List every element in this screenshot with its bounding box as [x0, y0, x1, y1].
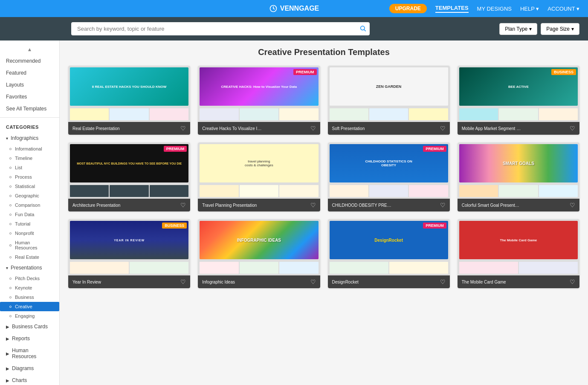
upgrade-button[interactable]: UPGRADE [389, 4, 427, 13]
sidebar-sub-human-resources[interactable]: Human Resources [0, 238, 59, 252]
sidebar-item-diagrams[interactable]: ▶ Diagrams [0, 362, 59, 374]
sidebar-item-reports[interactable]: ▶ Reports [0, 333, 59, 344]
template-card-9[interactable]: BUSINESS YEAR IN REVIEW Year In [68, 219, 190, 288]
sidebar-sub-geographic[interactable]: Geographic [0, 191, 59, 200]
sidebar-sub-fun-data[interactable]: Fun Data [0, 210, 59, 219]
favorite-button-3[interactable]: ♡ [440, 125, 446, 132]
chevron-right-icon: ▶ [6, 351, 9, 356]
nav-account[interactable]: ACCOUNT ▾ [547, 6, 579, 12]
sidebar-sub-tutorial[interactable]: Tutorial [0, 219, 59, 229]
plan-type-filter[interactable]: Plan Type ▾ [499, 23, 537, 35]
favorite-button-5[interactable]: ♡ [180, 202, 186, 208]
template-card-10[interactable]: INFOGRAPHIC IDEAS Infographic Ideas ♡ [198, 219, 320, 288]
card-name-2: Creative Hacks To Visualize Ideas Presen… [202, 126, 262, 131]
filter-buttons: Plan Type ▾ Page Size ▾ [499, 23, 579, 35]
svg-point-1 [361, 26, 365, 30]
sidebar-sub-pitch-decks[interactable]: Pitch Decks [0, 274, 59, 283]
favorite-button-9[interactable]: ♡ [180, 278, 186, 285]
sidebar-sub-real-estate[interactable]: Real Estate [0, 252, 59, 262]
sidebar-divider [0, 117, 59, 118]
search-input[interactable] [71, 22, 370, 35]
chevron-down-icon: ▾ [6, 266, 8, 270]
sidebar-sub-business[interactable]: Business [0, 292, 59, 302]
template-card-11[interactable]: PREMIUM DesignRocket DesignRocke [328, 219, 450, 288]
template-card-4[interactable]: BUSINESS BEE ACTIVE [458, 66, 579, 135]
template-card-12[interactable]: The Mobile Card Game The Mobile Card Gam… [458, 219, 579, 288]
template-card-6[interactable]: travel planningcosts & challenges Travel… [198, 142, 320, 211]
sidebar: ▲ Recommended Featured Layouts Favorites… [0, 41, 60, 385]
app-logo[interactable]: VENNGAGE [269, 4, 319, 13]
card-footer-5: Architecture Presentation ♡ [68, 199, 190, 211]
favorite-button-8[interactable]: ♡ [570, 202, 575, 208]
card-footer-2: Creative Hacks To Visualize Ideas Presen… [198, 122, 320, 135]
template-card-5[interactable]: PREMIUM MOST BEAUTIFUL NYC BUILDINGS YOU… [68, 142, 190, 211]
sidebar-sub-process[interactable]: Process [0, 172, 59, 182]
sidebar-item-charts[interactable]: ▶ Charts [0, 374, 59, 385]
sidebar-item-featured[interactable]: Featured [0, 67, 59, 79]
card-thumbnail-6: travel planningcosts & challenges [198, 142, 320, 199]
sidebar-item-layouts[interactable]: Layouts [0, 79, 59, 91]
content-area: Creative Presentation Templates 8 REAL E… [60, 41, 588, 385]
nav-templates[interactable]: TEMPLATES [435, 5, 469, 13]
badge-premium-2: PREMIUM [293, 69, 317, 75]
card-footer-11: DesignRocket ♡ [328, 275, 450, 288]
card-name-11: DesignRocket [332, 280, 359, 284]
template-card-1[interactable]: 8 REAL ESTATE HACKS YOU SHOULD KNOW Real… [68, 66, 190, 135]
sidebar-sub-list[interactable]: List [0, 163, 59, 172]
sidebar-sub-statistical[interactable]: Statistical [0, 182, 59, 191]
sidebar-sub-engaging[interactable]: Engaging [0, 311, 59, 321]
search-button[interactable] [359, 25, 366, 33]
main-layout: ▲ Recommended Featured Layouts Favorites… [0, 41, 588, 385]
card-name-6: Travel Planning Presentation [202, 203, 257, 208]
sidebar-item-presentations[interactable]: ▾ Presentations [0, 262, 59, 274]
favorite-button-1[interactable]: ♡ [180, 125, 186, 132]
card-footer-3: Soft Presentation ♡ [328, 122, 450, 135]
favorite-button-6[interactable]: ♡ [310, 202, 316, 208]
sidebar-sub-creative[interactable]: Creative [0, 302, 59, 311]
favorite-button-11[interactable]: ♡ [440, 278, 446, 285]
favorite-button-7[interactable]: ♡ [440, 202, 446, 208]
sidebar-sub-informational[interactable]: Informational [0, 144, 59, 153]
search-container [71, 22, 370, 35]
sidebar-item-all-templates[interactable]: See All Templates [0, 103, 59, 115]
template-card-7[interactable]: PREMIUM Childhood Statistics onOBESITY [328, 142, 450, 211]
chevron-down-icon: ▾ [536, 6, 539, 12]
sidebar-sub-nonprofit[interactable]: Nonprofit [0, 229, 59, 238]
template-card-3[interactable]: ZEN GARDEN Soft Presentation ♡ [328, 66, 450, 135]
card-footer-12: The Mobile Card Game ♡ [458, 275, 579, 288]
categories-label: CATEGORIES [0, 120, 59, 132]
favorite-button-12[interactable]: ♡ [570, 278, 575, 285]
card-name-3: Soft Presentation [332, 126, 365, 131]
card-thumbnail-3: ZEN GARDEN [328, 66, 450, 122]
favorite-button-10[interactable]: ♡ [310, 278, 316, 285]
nav-links: UPGRADE TEMPLATES MY DESIGNS HELP ▾ ACCO… [389, 4, 579, 13]
card-thumbnail-1: 8 REAL ESTATE HACKS YOU SHOULD KNOW [68, 66, 190, 122]
page-size-filter[interactable]: Page Size ▾ [541, 23, 579, 35]
sidebar-item-favorites[interactable]: Favorites [0, 91, 59, 103]
sidebar-item-hr[interactable]: ▶ Human Resources [0, 344, 59, 362]
sidebar-sub-timeline[interactable]: Timeline [0, 153, 59, 163]
sidebar-item-infographics[interactable]: ▾ Infographics [0, 132, 59, 144]
sidebar-sub-keynote[interactable]: Keynote [0, 283, 59, 292]
scroll-up-arrow[interactable]: ▲ [0, 44, 59, 55]
sidebar-sub-comparison[interactable]: Comparison [0, 200, 59, 210]
template-card-2[interactable]: PREMIUM CREATIVE HACKS: How to Visualize… [198, 66, 320, 135]
card-name-12: The Mobile Card Game [462, 280, 506, 284]
templates-grid: 8 REAL ESTATE HACKS YOU SHOULD KNOW Real… [68, 66, 579, 288]
card-thumbnail-12: The Mobile Card Game [458, 219, 579, 275]
template-card-8[interactable]: SMART GOALS Colorful Smart Goal Presenta… [458, 142, 579, 211]
badge-premium-7: PREMIUM [423, 146, 446, 152]
card-name-5: Architecture Presentation [72, 203, 120, 208]
favorite-button-4[interactable]: ♡ [570, 125, 575, 132]
card-footer-1: Real Estate Presentation ♡ [68, 122, 190, 135]
card-footer-9: Year In Review ♡ [68, 275, 190, 288]
favorite-button-2[interactable]: ♡ [310, 125, 316, 132]
card-name-10: Infographic Ideas [202, 280, 235, 284]
sidebar-item-recommended[interactable]: Recommended [0, 55, 59, 67]
sidebar-item-business-cards[interactable]: ▶ Business Cards [0, 321, 59, 333]
card-name-1: Real Estate Presentation [72, 126, 120, 131]
nav-my-designs[interactable]: MY DESIGNS [477, 6, 512, 12]
chevron-right-icon: ▶ [6, 336, 9, 341]
nav-help[interactable]: HELP ▾ [520, 6, 539, 12]
card-thumbnail-8: SMART GOALS [458, 142, 579, 199]
